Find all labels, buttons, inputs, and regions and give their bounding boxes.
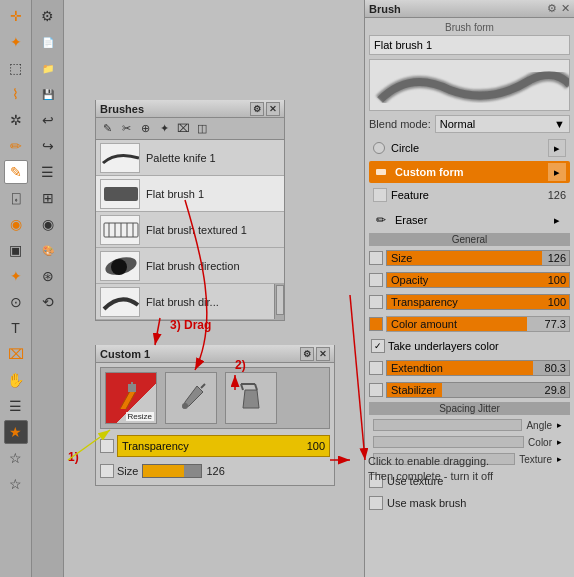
star-active-icon[interactable]: ★: [4, 420, 28, 444]
undo-icon[interactable]: ↩: [36, 108, 60, 132]
text-small-icon[interactable]: ✦: [4, 264, 28, 288]
new-doc-icon[interactable]: 📄: [36, 30, 60, 54]
brush-tool-4[interactable]: ✦: [155, 120, 173, 138]
list-small-icon[interactable]: ☰: [4, 394, 28, 418]
gradient-small-icon[interactable]: ▣: [4, 238, 28, 262]
brushes-tools: ✎ ✂ ⊕ ✦ ⌧ ◫: [96, 118, 284, 140]
extendtion-cb[interactable]: [369, 361, 383, 375]
lasso-icon[interactable]: ⌇: [4, 82, 28, 106]
spacing-texture-track[interactable]: [373, 453, 515, 465]
custom-settings-btn[interactable]: ⚙: [300, 347, 314, 361]
stabilizer-track[interactable]: Stabilizer 29.8: [386, 382, 570, 398]
stabilizer-val: 29.8: [545, 384, 566, 396]
gear-icon[interactable]: ⚙: [36, 4, 60, 28]
brush-item-flat-brush[interactable]: Flat brush 1: [96, 176, 284, 212]
custom-bucket-icon[interactable]: [225, 372, 277, 424]
brush-tool-2[interactable]: ✂: [117, 120, 135, 138]
brush-tool-1[interactable]: ✎: [98, 120, 116, 138]
spacing-color-track[interactable]: [373, 436, 524, 448]
custom-brush-icon[interactable]: ⌖ Resize: [105, 372, 157, 424]
brush-tool-6[interactable]: ◫: [193, 120, 211, 138]
stabilizer-cb[interactable]: [369, 383, 383, 397]
opacity-slider-cb[interactable]: [369, 273, 383, 287]
brushes-panel: Brushes ⚙ ✕ ✎ ✂ ⊕ ✦ ⌧ ◫ Palette knife 1 …: [95, 100, 285, 321]
hand-small-icon[interactable]: ✋: [4, 368, 28, 392]
layers-grid-icon[interactable]: ⊞: [36, 186, 60, 210]
transparency-slider-row: Transparency 100: [100, 435, 330, 457]
feature-checkbox[interactable]: [373, 188, 387, 202]
blend-mode-select[interactable]: Normal ▼: [435, 115, 570, 133]
brush-preview-direction: [100, 251, 140, 281]
extendtion-track[interactable]: Extendtion 80.3: [386, 360, 570, 376]
selection-icon[interactable]: ⬚: [4, 56, 28, 80]
brush-item-flat-dir2[interactable]: Flat brush dir...: [96, 284, 284, 320]
layers-list-icon[interactable]: ☰: [36, 160, 60, 184]
star1-icon[interactable]: ☆: [4, 446, 28, 470]
brush-panel-titlebar[interactable]: Brush ⚙ ✕: [365, 0, 574, 18]
size-slider-cb[interactable]: [369, 251, 383, 265]
custom-form-row[interactable]: Custom form ▸: [369, 161, 570, 183]
brush-small-icon[interactable]: ✎: [4, 160, 28, 184]
color-wheel-icon[interactable]: ◉: [36, 212, 60, 236]
brushes-scrollbar-thumb[interactable]: [276, 285, 284, 315]
brushes-titlebar[interactable]: Brushes ⚙ ✕: [96, 100, 284, 118]
redo-icon[interactable]: ↪: [36, 134, 60, 158]
transparency-checkbox[interactable]: [100, 439, 114, 453]
use-texture-row: Use texture: [369, 471, 570, 491]
brushes-scrollbar[interactable]: [274, 284, 284, 319]
opacity-slider-track[interactable]: Opacity 100: [386, 272, 570, 288]
shape-small-icon[interactable]: T: [4, 316, 28, 340]
brushes-settings-btn[interactable]: ⚙: [250, 102, 264, 116]
size-mini-slider[interactable]: [142, 464, 202, 478]
opacity-slider-label: Opacity: [387, 274, 428, 286]
color-amount-cb[interactable]: [369, 317, 383, 331]
angle-expand-icon[interactable]: ▸: [552, 418, 566, 432]
pen-small-icon[interactable]: ⊙: [4, 290, 28, 314]
texture-expand-icon[interactable]: ▸: [552, 452, 566, 466]
paint-bucket-small-icon[interactable]: ⌺: [4, 186, 28, 210]
custom-form-expand-btn[interactable]: ▸: [548, 163, 566, 181]
color-amount-track[interactable]: Color amount 77.3: [386, 316, 570, 332]
custom-titlebar[interactable]: Custom 1 ⚙ ✕: [96, 345, 334, 363]
custom-close-btn[interactable]: ✕: [316, 347, 330, 361]
circle-radio[interactable]: [373, 142, 385, 154]
eraser-expand-btn[interactable]: ▸: [548, 211, 566, 229]
history-icon[interactable]: ⟲: [36, 290, 60, 314]
move-icon[interactable]: ✛: [4, 4, 28, 28]
use-texture-cb[interactable]: [369, 474, 383, 488]
spacing-angle-track[interactable]: [373, 419, 522, 431]
circle-option[interactable]: Circle ▸: [369, 137, 570, 159]
brush-panel-close-icon[interactable]: ✕: [561, 2, 570, 15]
fill-small-icon[interactable]: ◉: [4, 212, 28, 236]
star2-icon[interactable]: ☆: [4, 472, 28, 496]
circle-expand-btn[interactable]: ▸: [548, 139, 566, 157]
palette-icon[interactable]: 🎨: [36, 238, 60, 262]
size-slider-track[interactable]: Size 126: [386, 250, 570, 266]
mixer-icon[interactable]: ⊛: [36, 264, 60, 288]
take-underlayers-cb[interactable]: ✓: [371, 339, 385, 353]
bp-transparency-track[interactable]: Transparency 100: [386, 294, 570, 310]
bp-transparency-cb[interactable]: [369, 295, 383, 309]
custom-panel: Custom 1 ⚙ ✕ ⌖ Resize: [95, 345, 335, 486]
open-icon[interactable]: 📁: [36, 56, 60, 80]
brush-panel-gear-icon[interactable]: ⚙: [547, 2, 557, 15]
brush-tool-5[interactable]: ⌧: [174, 120, 192, 138]
brush-item-palette-knife[interactable]: Palette knife 1: [96, 140, 284, 176]
zoom-small-icon[interactable]: ⌧: [4, 342, 28, 366]
brush-item-flat-direction[interactable]: Flat brush direction: [96, 248, 284, 284]
brush-tool-3[interactable]: ⊕: [136, 120, 154, 138]
brush-item-flat-textured[interactable]: Flat brush textured 1: [96, 212, 284, 248]
opacity-slider-row: Opacity 100: [369, 270, 570, 290]
transparency-bar[interactable]: Transparency 100: [117, 435, 330, 457]
magic-wand-icon[interactable]: ✲: [4, 108, 28, 132]
color-expand-icon[interactable]: ▸: [552, 435, 566, 449]
custom-eyedropper-icon[interactable]: [165, 372, 217, 424]
use-mask-cb[interactable]: [369, 496, 383, 510]
eyedropper-small-icon[interactable]: ✏: [4, 134, 28, 158]
save-doc-icon[interactable]: 💾: [36, 82, 60, 106]
size-checkbox[interactable]: [100, 464, 114, 478]
transform-icon[interactable]: ✦: [4, 30, 28, 54]
brushes-close-btn[interactable]: ✕: [266, 102, 280, 116]
brush-name-bar[interactable]: Flat brush 1: [369, 35, 570, 55]
brush-name-textured: Flat brush textured 1: [146, 224, 247, 236]
